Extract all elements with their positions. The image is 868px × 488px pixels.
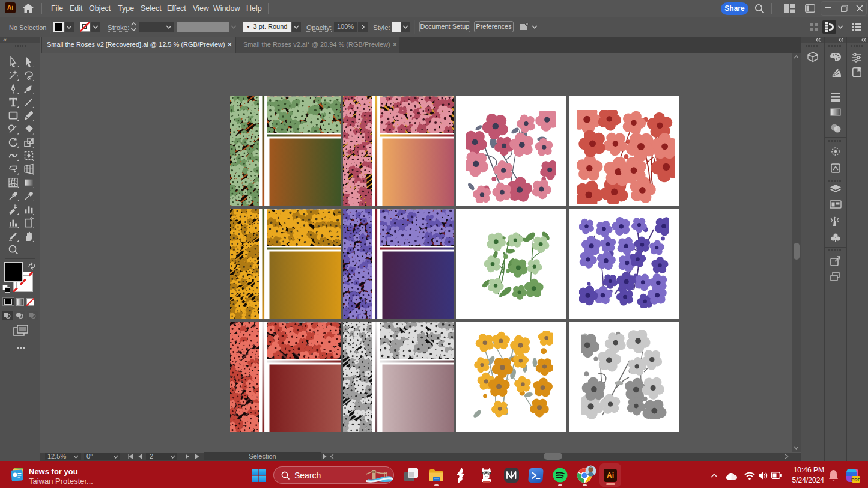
svg-text:PRE: PRE	[851, 477, 860, 483]
